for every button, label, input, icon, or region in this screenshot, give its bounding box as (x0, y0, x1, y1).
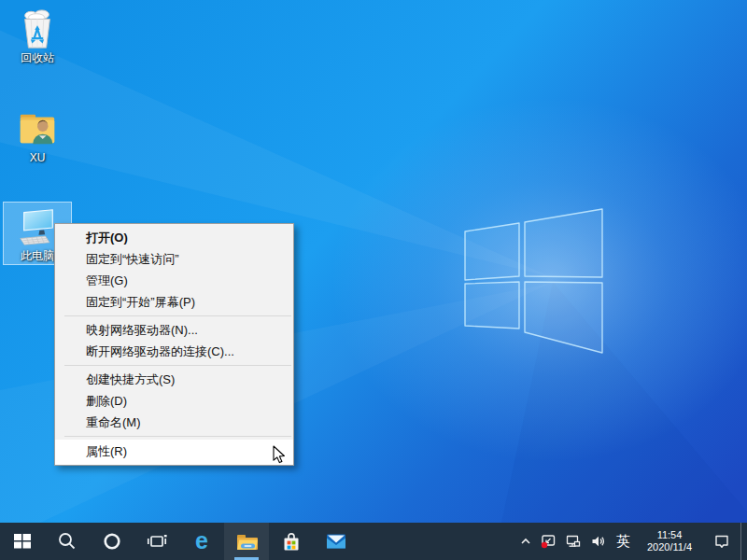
windows-logo-icon (11, 530, 34, 553)
menu-item-label: 映射网络驱动器(N)... (86, 323, 198, 337)
menu-item-rename[interactable]: 重命名(M) (55, 412, 293, 433)
menu-item-map-network-drive[interactable]: 映射网络驱动器(N)... (55, 319, 293, 341)
menu-item-open[interactable]: 打开(O) (55, 227, 293, 248)
user-folder-icon (16, 107, 59, 150)
menu-separator (64, 436, 291, 437)
menu-item-pin-start[interactable]: 固定到“开始”屏幕(P) (55, 291, 293, 313)
clock-date: 2020/11/4 (647, 541, 692, 553)
show-desktop-button[interactable] (740, 523, 747, 560)
windows-desktop: 回收站 XU (0, 0, 747, 560)
mail-icon (324, 529, 348, 553)
desktop-icon-label: 回收站 (3, 51, 72, 64)
menu-item-label: 创建快捷方式(S) (86, 372, 175, 386)
desktop-icon-recycle-bin[interactable]: 回收站 (3, 5, 72, 66)
cortana-button[interactable] (90, 523, 134, 560)
cortana-icon (101, 530, 123, 553)
recycle-bin-icon (16, 7, 59, 50)
menu-item-pin-quick-access[interactable]: 固定到“快速访问” (55, 248, 293, 270)
file-explorer-button[interactable] (224, 523, 269, 560)
menu-item-label: 固定到“快速访问” (86, 252, 179, 266)
screen-app-icon (540, 533, 557, 550)
edge-button[interactable]: e (179, 523, 224, 560)
svg-text:e: e (195, 529, 208, 553)
store-bag-icon (279, 529, 303, 553)
edge-icon: e (190, 529, 214, 553)
taskbar-buttons: e (0, 523, 359, 560)
chevron-up-icon (518, 534, 533, 549)
store-button[interactable] (269, 523, 314, 560)
menu-item-label: 打开(O) (86, 231, 128, 245)
context-menu: 打开(O) 固定到“快速访问” 管理(G) 固定到“开始”屏幕(P) 映射网络驱… (54, 223, 294, 466)
menu-separator (64, 365, 291, 366)
system-tray: 英 11:54 2020/11/4 (515, 523, 747, 560)
show-hidden-icons-button[interactable] (515, 523, 536, 560)
search-icon (56, 530, 78, 553)
search-button[interactable] (45, 523, 90, 560)
menu-item-manage[interactable]: 管理(G) (55, 270, 293, 291)
mouse-cursor (273, 445, 291, 466)
taskbar: e (0, 523, 747, 560)
action-center-icon (713, 533, 730, 550)
network-icon (565, 533, 582, 550)
desktop-icon-user-folder[interactable]: XU (3, 105, 72, 166)
taskbar-clock[interactable]: 11:54 2020/11/4 (636, 523, 703, 560)
menu-item-label: 管理(G) (86, 273, 128, 287)
network-tray-button[interactable] (560, 523, 585, 560)
volume-tray-button[interactable] (585, 523, 611, 560)
menu-item-properties[interactable]: 属性(R) (55, 440, 293, 465)
menu-separator (64, 315, 291, 316)
menu-item-create-shortcut[interactable]: 创建快捷方式(S) (55, 369, 293, 390)
clock-time: 11:54 (647, 529, 692, 541)
menu-item-label: 删除(D) (86, 394, 127, 408)
menu-item-label: 固定到“开始”屏幕(P) (86, 295, 195, 309)
menu-item-label: 重命名(M) (86, 415, 141, 429)
action-center-button[interactable] (703, 523, 740, 560)
menu-item-label: 断开网络驱动器的连接(C)... (86, 344, 234, 358)
mail-button[interactable] (314, 523, 359, 560)
red-status-dot (542, 542, 547, 548)
start-button[interactable] (0, 523, 45, 560)
ime-indicator[interactable]: 英 (611, 523, 636, 560)
this-pc-icon (16, 205, 59, 248)
speaker-icon (590, 533, 607, 550)
desktop-icon-label: XU (3, 151, 72, 164)
folder-icon (234, 529, 259, 553)
tray-app-button[interactable] (536, 523, 560, 560)
menu-item-label: 属性(R) (86, 444, 127, 458)
menu-item-delete[interactable]: 删除(D) (55, 390, 293, 412)
task-view-icon (146, 530, 168, 553)
task-view-button[interactable] (134, 523, 179, 560)
menu-item-disconnect-network-drive[interactable]: 断开网络驱动器的连接(C)... (55, 341, 293, 362)
ime-label: 英 (616, 533, 630, 551)
